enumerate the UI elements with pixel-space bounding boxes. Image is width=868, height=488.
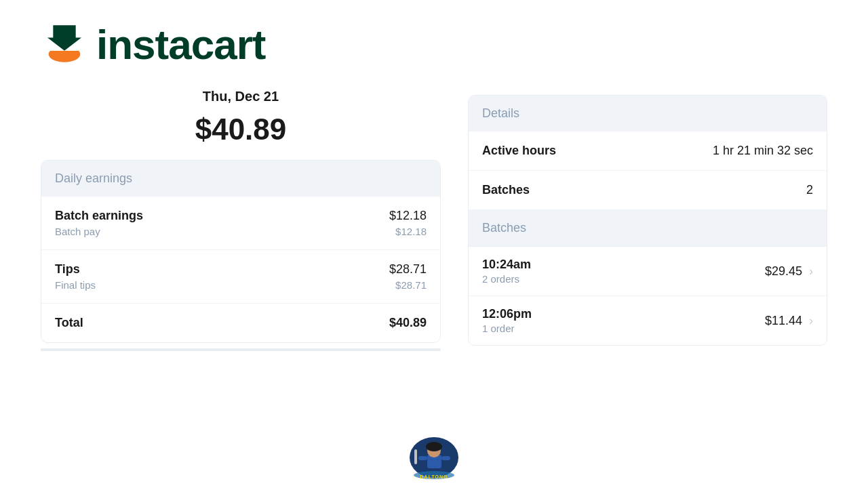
batch-1-orders: 2 orders xyxy=(482,273,531,285)
date-label: Thu, Dec 21 xyxy=(41,89,441,104)
active-hours-label: Active hours xyxy=(482,144,556,158)
tips-amount: $28.71 xyxy=(389,262,427,277)
batches-count-row: Batches 2 xyxy=(469,171,827,210)
svg-text:DALTONO: DALTONO xyxy=(420,474,448,479)
logo-text: instacart xyxy=(96,20,265,68)
svg-marker-0 xyxy=(47,25,81,51)
main-container: instacart Thu, Dec 21 $40.89 Daily earni… xyxy=(0,0,868,488)
earnings-card-header: Daily earnings xyxy=(41,161,440,197)
right-column: Details Active hours 1 hr 21 min 32 sec … xyxy=(468,20,827,488)
batch-2-amount: $11.44 xyxy=(765,314,802,328)
batch-earnings-title: Batch earnings xyxy=(55,209,143,223)
batches-header-text: Batches xyxy=(482,221,526,235)
active-hours-row: Active hours 1 hr 21 min 32 sec xyxy=(469,131,827,171)
details-label: Details xyxy=(482,106,519,120)
batch-pay-label: Batch pay xyxy=(55,226,100,237)
chevron-right-icon-1: › xyxy=(809,264,813,279)
batches-section-header: Batches xyxy=(469,210,827,247)
batch-2-orders: 1 order xyxy=(482,323,532,334)
svg-rect-6 xyxy=(418,456,427,460)
total-value: $40.89 xyxy=(389,316,427,330)
header-total-amount: $40.89 xyxy=(41,113,441,146)
batch-2-left: 12:06pm 1 order xyxy=(482,307,532,334)
svg-rect-8 xyxy=(414,449,417,464)
batch-1-right: $29.45 › xyxy=(765,264,813,279)
batch-1-time: 10:24am xyxy=(482,258,531,272)
final-tips-label: Final tips xyxy=(55,279,96,291)
svg-point-1 xyxy=(49,51,81,62)
details-card-header: Details xyxy=(469,96,827,131)
total-label: Total xyxy=(55,316,83,330)
batches-count-value: 2 xyxy=(806,183,813,197)
batch-row-2[interactable]: 12:06pm 1 order $11.44 › xyxy=(469,296,827,345)
final-tips-amount: $28.71 xyxy=(395,279,427,291)
tips-row: Tips $28.71 Final tips $28.71 xyxy=(41,250,440,304)
logo-container: instacart xyxy=(41,20,441,68)
batch-earnings-row: Batch earnings $12.18 Batch pay $12.18 xyxy=(41,197,440,250)
batch-2-time: 12:06pm xyxy=(482,307,532,321)
earnings-card: Daily earnings Batch earnings $12.18 Bat… xyxy=(41,160,441,343)
chevron-right-icon-2: › xyxy=(809,314,813,328)
progress-bar-fill xyxy=(41,348,161,351)
details-card: Details Active hours 1 hr 21 min 32 sec … xyxy=(468,95,827,346)
left-column: instacart Thu, Dec 21 $40.89 Daily earni… xyxy=(41,20,441,488)
batch-pay-amount: $12.18 xyxy=(395,226,427,237)
total-row: Total $40.89 xyxy=(41,304,440,342)
batch-earnings-amount: $12.18 xyxy=(389,209,427,223)
batch-row-1[interactable]: 10:24am 2 orders $29.45 › xyxy=(469,247,827,296)
batch-1-amount: $29.45 xyxy=(765,264,802,279)
instacart-logo-icon xyxy=(41,21,88,68)
batches-count-label: Batches xyxy=(482,183,530,197)
svg-point-5 xyxy=(426,442,442,451)
active-hours-value: 1 hr 21 min 32 sec xyxy=(713,144,813,158)
bottom-avatar: DALTONO xyxy=(407,434,461,481)
daltono-avatar-icon: DALTONO xyxy=(409,436,460,480)
progress-bar xyxy=(41,348,441,351)
tips-title: Tips xyxy=(55,262,80,277)
batch-2-right: $11.44 › xyxy=(765,314,813,328)
batch-1-left: 10:24am 2 orders xyxy=(482,258,531,285)
daily-earnings-label: Daily earnings xyxy=(55,171,132,185)
svg-rect-7 xyxy=(441,456,450,460)
